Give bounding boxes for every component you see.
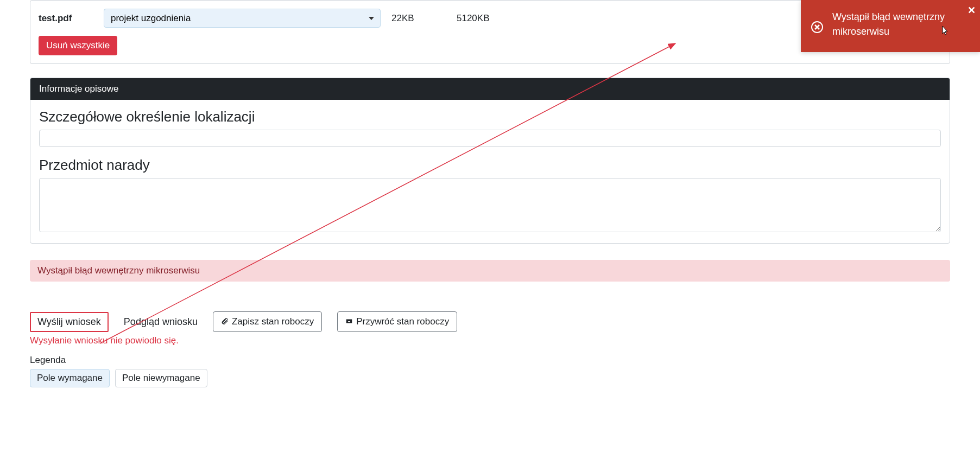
preview-button[interactable]: Podgląd wniosku: [124, 316, 198, 328]
delete-all-button[interactable]: Usuń wszystkie: [39, 36, 117, 55]
file-size: 22KB: [391, 13, 446, 24]
legend-required-badge: Pole wymagane: [30, 369, 110, 387]
paperclip-icon: [221, 317, 229, 327]
toast-close-icon[interactable]: ✕: [968, 3, 976, 18]
location-input[interactable]: [39, 130, 941, 147]
location-label: Szczegółowe określenie lokalizacji: [39, 109, 941, 125]
error-circle-icon: [811, 21, 824, 34]
restore-draft-label: Przywróć stan roboczy: [356, 316, 449, 327]
toast-message: Wystąpił błąd wewnętrzny mikroserwisu: [832, 11, 945, 37]
file-type-select[interactable]: projekt uzgodnienia: [104, 9, 381, 28]
save-draft-label: Zapisz stan roboczy: [232, 316, 314, 327]
inline-error-alert: Wystąpił błąd wewnętrzny mikroserwisu: [30, 260, 950, 282]
legend-badges: Pole wymagane Pole niewymagane: [30, 369, 950, 387]
restore-draft-button[interactable]: Przywróć stan roboczy: [337, 311, 457, 332]
file-max-size: 5120KB: [457, 13, 543, 24]
action-row: Wyślij wniosek Podgląd wniosku Zapisz st…: [30, 311, 950, 332]
legend-label: Legenda: [30, 355, 950, 366]
send-button[interactable]: Wyślij wniosek: [30, 312, 109, 332]
inbox-icon: [345, 317, 353, 327]
save-draft-button[interactable]: Zapisz stan roboczy: [213, 311, 322, 332]
panel-header: Informacje opisowe: [30, 78, 950, 100]
legend-not-required-badge: Pole niewymagane: [115, 369, 207, 387]
file-name: test.pdf: [39, 13, 93, 24]
error-toast: Wystąpił błąd wewnętrzny mikroserwisu ✕: [801, 0, 980, 52]
description-panel: Informacje opisowe Szczegółowe określeni…: [30, 78, 950, 244]
subject-label: Przedmiot narady: [39, 157, 941, 174]
subject-textarea[interactable]: [39, 178, 941, 232]
send-fail-message: Wysyłanie wniosku nie powiodło się.: [30, 335, 950, 346]
